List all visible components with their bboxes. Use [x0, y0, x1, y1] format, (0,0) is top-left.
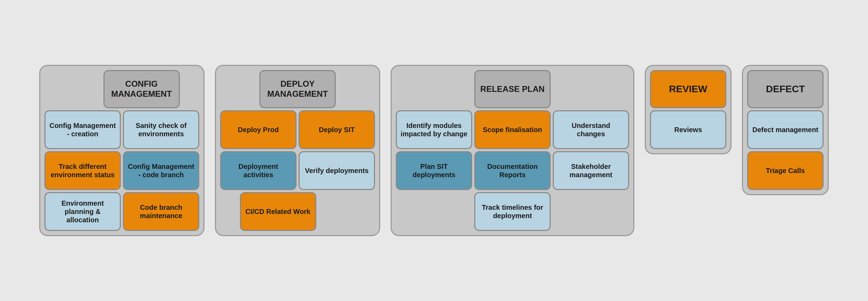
deploy-row-2: Deployment activities Verify deployments: [220, 151, 375, 190]
defect-cell-management: Defect management: [747, 110, 824, 149]
release-plan-header: RELEASE PLAN: [474, 70, 551, 108]
deploy-cell-activities: Deployment activities: [220, 151, 297, 190]
deploy-cell-cicd: CI/CD Related Work: [240, 192, 316, 231]
deploy-cell-verify: Verify deployments: [299, 151, 375, 190]
review-group: REVIEW Reviews: [645, 65, 732, 154]
release-cell-doc-reports: Documentation Reports: [474, 151, 551, 190]
config-cell-track: Track different environment status: [44, 151, 121, 190]
release-row-1: Identify modules impacted by change Scop…: [396, 110, 629, 149]
config-row-3: Environment planning & allocation Code b…: [44, 192, 199, 231]
release-cell-scope: Scope finalisation: [474, 110, 551, 149]
config-cell-codebranch: Config Management - code branch: [123, 151, 199, 190]
release-cell-understand: Understand changes: [553, 110, 629, 149]
review-cell-reviews: Reviews: [650, 110, 726, 149]
deploy-management-group: DEPLOY MANAGEMENT Deploy Prod Deploy SIT…: [215, 65, 380, 236]
config-management-header: CONFIG MANAGEMENT: [103, 70, 180, 108]
deploy-row-1: Deploy Prod Deploy SIT: [220, 110, 375, 149]
config-cell-branch-maint: Code branch maintenance: [123, 192, 199, 231]
defect-cell-triage: Triage Calls: [747, 151, 824, 190]
main-container: CONFIG MANAGEMENT Config Management - cr…: [39, 65, 829, 236]
config-cell-env: Environment planning & allocation: [44, 192, 121, 231]
config-row-2: Track different environment status Confi…: [44, 151, 199, 190]
deploy-cell-prod: Deploy Prod: [220, 110, 297, 149]
release-row-2: Plan SIT deployments Documentation Repor…: [396, 151, 629, 190]
config-cell-creation: Config Management - creation: [44, 110, 121, 149]
config-management-group: CONFIG MANAGEMENT Config Management - cr…: [39, 65, 205, 236]
defect-group: DEFECT Defect management Triage Calls: [742, 65, 829, 195]
config-row-1: Config Management - creation Sanity chec…: [44, 110, 199, 149]
release-cell-stakeholder: Stakeholder management: [553, 151, 629, 190]
defect-header: DEFECT: [747, 70, 824, 108]
release-cell-identify: Identify modules impacted by change: [396, 110, 472, 149]
release-cell-plan-sit: Plan SIT deployments: [396, 151, 472, 190]
release-cell-track-timelines: Track timelines for deployment: [474, 192, 551, 231]
deploy-cell-sit: Deploy SIT: [299, 110, 375, 149]
review-header: REVIEW: [650, 70, 726, 108]
release-plan-group: RELEASE PLAN Identify modules impacted b…: [391, 65, 634, 236]
deploy-management-header: DEPLOY MANAGEMENT: [259, 70, 336, 108]
config-cell-sanity: Sanity check of environments: [123, 110, 199, 149]
